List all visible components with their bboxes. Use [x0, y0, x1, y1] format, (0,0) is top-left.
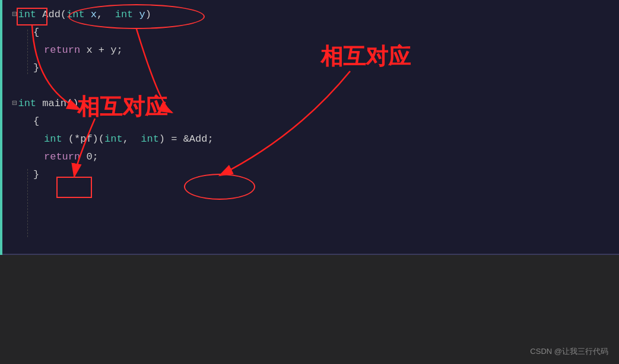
- left-border: [0, 0, 2, 255]
- code-line-5: [12, 77, 214, 95]
- code-content: ⊟ int Add( int x , int y ) { return x + …: [12, 6, 214, 184]
- code-area: ⊟ int Add( int x , int y ) { return x + …: [0, 0, 619, 255]
- kw-int-return: int: [18, 7, 36, 24]
- code-line-6: ⊟ int main(): [12, 95, 214, 113]
- code-main-func: main(): [36, 95, 78, 113]
- comma-2: ,: [123, 131, 141, 148]
- code-line-3: return x + y;: [44, 41, 214, 59]
- kw-int-y: int: [109, 7, 133, 24]
- brace-close-2: }: [33, 167, 39, 184]
- code-pf-assign: ) = &Add;: [159, 131, 214, 148]
- param-y: y: [133, 7, 145, 24]
- kw-int-x: int: [66, 7, 85, 24]
- close-paren-1: ): [145, 7, 151, 24]
- brace-open-1: {: [33, 24, 39, 41]
- annotation-right: 相互对应: [320, 41, 411, 72]
- code-add-func: Add(: [36, 7, 66, 24]
- kw-return-1: return: [44, 42, 80, 59]
- param-x: x: [85, 7, 97, 24]
- code-line-10: }: [33, 166, 214, 184]
- code-line-8: int (*pf)( int , int ) = &Add;: [44, 130, 214, 148]
- bottom-area: [0, 255, 619, 364]
- kw-return-2: return: [44, 149, 80, 166]
- kw-int-param1: int: [104, 131, 123, 148]
- code-pf-decl: (*pf)(: [62, 131, 104, 148]
- code-line-2: {: [33, 24, 214, 41]
- return-expr-2: 0;: [80, 149, 99, 166]
- code-line-1: ⊟ int Add( int x , int y ): [12, 6, 214, 24]
- code-line-4: }: [33, 59, 214, 77]
- brace-open-2: {: [33, 113, 39, 130]
- code-line-9: return 0;: [44, 148, 214, 166]
- comma-1: ,: [97, 7, 109, 24]
- kw-int-param2: int: [141, 131, 159, 148]
- kw-int-main: int: [18, 95, 36, 113]
- brace-close-1: }: [33, 60, 39, 77]
- kw-int-pf: int: [44, 131, 62, 148]
- collapse-icon-1: ⊟: [12, 8, 17, 22]
- return-expr-1: x + y;: [80, 42, 122, 59]
- collapse-icon-2: ⊟: [12, 97, 17, 111]
- watermark: CSDN @让我三行代码: [530, 346, 608, 357]
- code-line-7: {: [33, 113, 214, 130]
